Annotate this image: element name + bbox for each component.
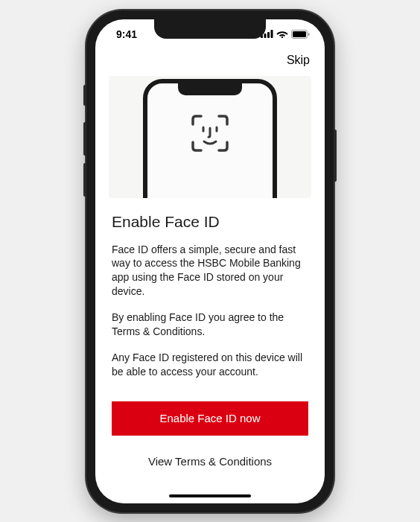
svg-rect-2 — [267, 32, 270, 38]
top-bar: Skip — [95, 49, 325, 76]
screen: 9:41 — [95, 19, 325, 503]
svg-rect-6 — [293, 31, 306, 37]
volume-down-button — [83, 163, 86, 197]
face-id-icon — [190, 113, 230, 156]
svg-rect-7 — [308, 33, 310, 36]
skip-button[interactable]: Skip — [287, 54, 310, 67]
illustration-phone — [143, 79, 277, 198]
view-terms-button[interactable]: View Terms & Conditions — [112, 449, 308, 474]
status-icons — [261, 30, 310, 39]
svg-point-4 — [281, 36, 283, 38]
body-paragraph-3: Any Face ID registered on this device wi… — [112, 351, 308, 379]
power-button — [334, 130, 337, 182]
status-time: 9:41 — [110, 28, 137, 40]
notch — [154, 19, 266, 39]
body-paragraph-1: Face ID offers a simple, secure and fast… — [112, 243, 308, 299]
svg-rect-3 — [271, 30, 273, 38]
illustration-area — [109, 76, 311, 198]
mute-switch — [83, 85, 86, 106]
wifi-icon — [276, 30, 288, 38]
svg-rect-1 — [264, 34, 267, 38]
body-paragraph-2: By enabling Face ID you agree to the Ter… — [112, 311, 308, 339]
enable-face-id-button[interactable]: Enable Face ID now — [112, 401, 308, 436]
content-area: Enable Face ID Face ID offers a simple, … — [95, 198, 325, 379]
phone-device-frame: 9:41 — [86, 10, 334, 512]
actions-area: Enable Face ID now View Terms & Conditio… — [95, 391, 325, 474]
volume-up-button — [83, 122, 86, 156]
page-heading: Enable Face ID — [112, 213, 308, 231]
illustration-notch — [178, 83, 242, 95]
home-indicator[interactable] — [169, 494, 251, 497]
battery-icon — [291, 30, 310, 39]
